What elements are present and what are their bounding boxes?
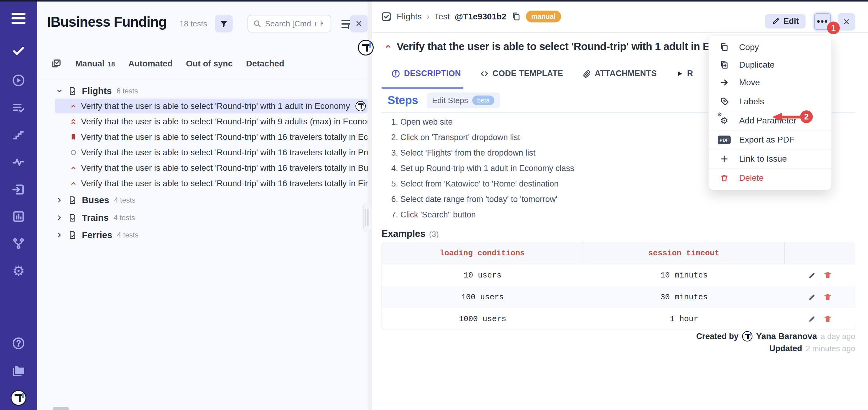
test-row[interactable]: Verify that the user is able to select '…	[55, 176, 368, 191]
test-row[interactable]: Verify that the user is able to select '…	[55, 145, 368, 160]
steps-icon[interactable]	[0, 126, 37, 143]
edit-button[interactable]: Edit	[765, 14, 806, 29]
copy-icon	[719, 42, 730, 52]
folder-name: Flights	[82, 86, 112, 96]
folder-trains[interactable]: Trains 4 tests	[56, 211, 135, 225]
test-row[interactable]: Verify that the user is able to select '…	[55, 160, 368, 175]
resize-handle[interactable]	[363, 202, 371, 232]
tab-manual[interactable]: Manual18	[75, 59, 115, 68]
updated-time: 2 minutes ago	[806, 344, 855, 353]
severity-high-icon	[70, 165, 77, 171]
search-input[interactable]	[265, 19, 323, 29]
examples-table: loading conditions session timeout 10 us…	[381, 242, 855, 330]
folder-count: 4 tests	[114, 196, 135, 204]
test-row[interactable]: Verify that the user is able to select '…	[55, 99, 368, 114]
column-header: loading conditions	[382, 242, 583, 264]
import-icon[interactable]	[0, 181, 37, 198]
info-icon	[391, 69, 400, 78]
menu-item-move[interactable]: Move	[709, 74, 831, 91]
tests-icon[interactable]	[0, 42, 37, 59]
meta-info: Created by Yana Baranova a day ago Updat…	[696, 330, 855, 354]
delete-row-icon[interactable]	[823, 293, 832, 302]
tab-description[interactable]: DESCRIPTION	[391, 69, 461, 78]
test-plans-icon[interactable]	[0, 99, 37, 117]
paperclip-icon	[582, 69, 591, 78]
menu-item-add-parameter[interactable]: ⚙⚙ Add Parameter	[709, 112, 831, 129]
folder-count: 4 tests	[114, 214, 135, 222]
folder-buses[interactable]: Buses 4 tests	[56, 193, 135, 207]
settings-icon[interactable]: ⚙	[0, 262, 37, 279]
chevron-down-icon[interactable]	[56, 87, 63, 95]
menu-icon[interactable]	[0, 9, 37, 27]
play-icon	[676, 70, 684, 77]
tab-out-of-sync[interactable]: Out of sync	[186, 59, 232, 68]
chevron-right-icon[interactable]	[56, 196, 63, 204]
chevron-right-icon[interactable]	[56, 214, 63, 221]
menu-item-delete[interactable]: Delete	[709, 169, 831, 187]
edit-row-icon[interactable]	[807, 293, 816, 302]
filter-button[interactable]	[215, 15, 232, 32]
search-box[interactable]	[247, 15, 331, 32]
edit-row-icon[interactable]	[807, 271, 816, 280]
severity-high-icon	[70, 103, 77, 109]
pulse-icon[interactable]	[0, 154, 37, 171]
folder-count: 6 tests	[117, 87, 138, 95]
help-icon[interactable]	[0, 335, 37, 352]
tab-detached[interactable]: Detached	[246, 59, 284, 68]
detail-tabs: DESCRIPTION CODE TEMPLATE ATTACHMENTS R	[391, 69, 693, 78]
folder-name: Buses	[82, 195, 109, 205]
branches-icon[interactable]	[0, 235, 37, 252]
delete-row-icon[interactable]	[823, 271, 832, 280]
active-tab-underline	[381, 87, 463, 89]
table-row: 100 users 30 minutes	[382, 286, 855, 308]
menu-item-copy[interactable]: Copy	[709, 38, 831, 56]
close-detail-button[interactable]: ×	[838, 13, 855, 31]
divider-line	[37, 78, 368, 78]
window-top-edge	[0, 0, 868, 2]
close-panel-button[interactable]: ×	[350, 15, 368, 32]
duplicate-icon	[719, 60, 730, 70]
panel-tabs: Manual18 Automated Out of sync Detached	[51, 56, 284, 71]
breadcrumb-folder[interactable]: Flights	[397, 12, 422, 22]
steps-heading: Steps	[388, 94, 418, 107]
chevron-right-icon[interactable]	[56, 231, 63, 239]
project-title: IBusiness Funding	[47, 14, 166, 30]
step-item: Click on 'Transport' dropdown list	[391, 130, 574, 145]
edit-steps-button[interactable]: Edit Steps beta	[427, 93, 500, 108]
horizontal-scrollbar[interactable]	[53, 407, 69, 410]
test-row[interactable]: Verify that the user is able to select '…	[55, 114, 368, 129]
edit-row-icon[interactable]	[807, 314, 816, 323]
select-tests-icon[interactable]	[51, 58, 62, 69]
folder-name: Trains	[82, 213, 108, 223]
tab-run[interactable]: R	[676, 69, 693, 78]
projects-icon[interactable]	[0, 362, 37, 379]
breadcrumb-test-label: Test	[434, 12, 450, 22]
app-logo[interactable]	[0, 389, 37, 406]
tab-code-template[interactable]: CODE TEMPLATE	[480, 69, 563, 78]
menu-item-duplicate[interactable]: Duplicate	[709, 56, 831, 74]
table-row: 1000 users 1 hour	[382, 308, 855, 329]
delete-row-icon[interactable]	[823, 314, 832, 323]
tab-attachments[interactable]: ATTACHMENTS	[582, 69, 657, 78]
menu-item-link-to-issue[interactable]: Link to Issue	[709, 150, 831, 168]
analytics-icon[interactable]	[0, 208, 37, 225]
runs-icon[interactable]	[0, 72, 37, 89]
annotation-arrow	[772, 112, 801, 123]
detail-header: Flights › Test @T1e9301b2 manual Edit ••…	[372, 2, 868, 33]
manual-badge: manual	[526, 11, 561, 23]
copy-id-icon[interactable]	[512, 12, 521, 22]
test-title: Verify that the user is able to select '…	[397, 40, 712, 53]
severity-high-icon	[384, 42, 392, 50]
arrow-right-icon	[719, 77, 730, 87]
tag-icon	[719, 97, 730, 106]
suite-doc-icon	[68, 230, 77, 240]
suite-doc-icon	[68, 213, 77, 222]
tab-automated[interactable]: Automated	[128, 59, 173, 68]
tests-panel: IBusiness Funding 18 tests × Manual18 Au…	[37, 2, 368, 410]
test-row[interactable]: Verify that the user is able to select '…	[55, 129, 368, 144]
menu-item-labels[interactable]: Labels	[709, 93, 831, 111]
suite-doc-icon	[68, 87, 77, 96]
folder-flights[interactable]: Flights 6 tests	[56, 84, 138, 98]
menu-item-export-pdf[interactable]: PDF Export as PDF	[709, 131, 831, 149]
folder-ferries[interactable]: Ferries 4 tests	[56, 228, 138, 242]
